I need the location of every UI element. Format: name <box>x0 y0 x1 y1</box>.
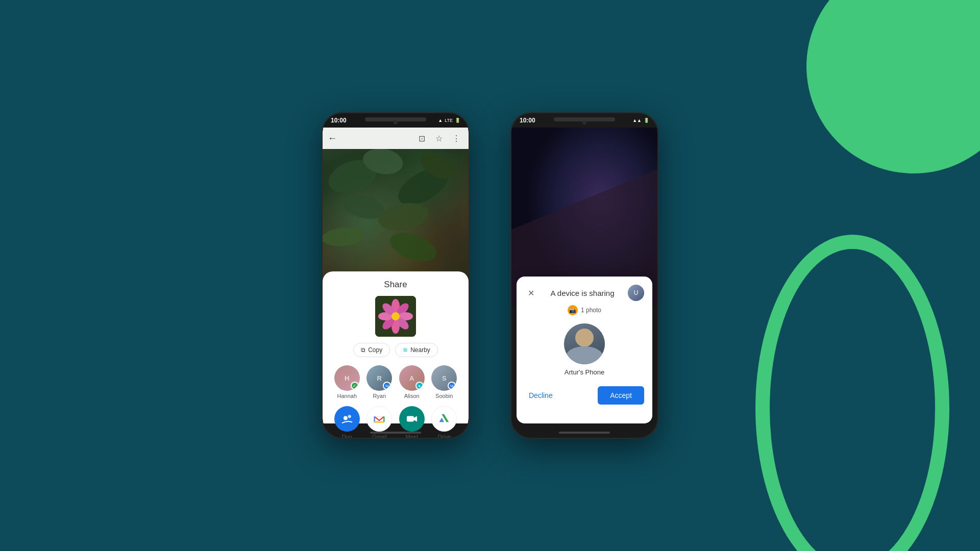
phone1-signal-icon: ▲ <box>438 118 443 123</box>
phones-container: 10:00 ▲ LTE 🔋 <box>322 112 658 439</box>
accept-button[interactable]: Accept <box>598 386 644 405</box>
hannah-avatar: H ✓ <box>334 365 360 391</box>
phone2-signal-icon: ▲▲ <box>632 118 642 123</box>
phone1-status-icons: ▲ LTE 🔋 <box>438 118 460 123</box>
photo-count-text: 1 photo <box>581 307 601 314</box>
app-drive[interactable]: Drive <box>431 406 457 438</box>
device-name: Artur's Phone <box>565 368 604 376</box>
svg-point-17 <box>391 312 400 320</box>
contacts-row: H ✓ Hannah R M Ryan A <box>331 365 460 399</box>
gmail-icon <box>366 406 392 432</box>
contact-soobin[interactable]: S M Soobin <box>431 365 457 399</box>
ryan-badge: M <box>383 382 391 390</box>
phone1-bottom-bar <box>370 432 421 434</box>
back-icon[interactable]: ← <box>328 133 337 144</box>
share-actions: ⧉ Copy ≋ Nearby <box>331 343 460 357</box>
drive-name: Drive <box>437 434 451 438</box>
device-section: Artur's Phone <box>525 323 644 376</box>
svg-rect-26 <box>437 412 451 426</box>
nearby-btn[interactable]: ≋ Nearby <box>395 343 438 357</box>
dialog-footer: Decline Accept <box>525 386 644 405</box>
ryan-name: Ryan <box>373 393 386 399</box>
dialog-close-btn[interactable]: ✕ <box>525 287 537 299</box>
phone1-lte-icon: LTE <box>445 118 453 123</box>
soobin-name: Soobin <box>435 393 453 399</box>
meet-name: Meet <box>406 434 418 438</box>
contact-hannah[interactable]: H ✓ Hannah <box>334 365 360 399</box>
alison-badge: ● <box>415 382 424 390</box>
phone2-battery-icon: 🔋 <box>644 118 649 123</box>
drive-icon <box>431 406 457 432</box>
phone2-camera <box>582 120 586 124</box>
phone2-status-icons: ▲▲ 🔋 <box>632 118 649 123</box>
nearby-label: Nearby <box>410 346 430 354</box>
soobin-badge: M <box>448 382 456 390</box>
phone1: 10:00 ▲ LTE 🔋 <box>322 112 470 439</box>
device-avatar <box>564 323 605 364</box>
ryan-avatar: R M <box>366 365 392 391</box>
phone2: 10:00 ▲▲ 🔋 <box>510 112 658 439</box>
copy-icon: ⧉ <box>361 346 365 354</box>
svg-point-4 <box>376 199 430 234</box>
phone2-time: 10:00 <box>520 117 535 124</box>
star-icon[interactable]: ☆ <box>432 131 446 145</box>
duo-icon <box>334 406 360 432</box>
svg-point-6 <box>323 226 364 248</box>
dialog-header: ✕ A device is sharing U <box>525 285 644 301</box>
phone1-camera <box>394 120 398 124</box>
phone1-time: 10:00 <box>331 117 347 124</box>
copy-label: Copy <box>368 346 382 354</box>
hannah-name: Hannah <box>337 393 357 399</box>
photo-count-icon: 📷 <box>568 305 578 315</box>
meet-icon <box>399 406 425 432</box>
foliage-svg <box>323 128 469 286</box>
gmail-name: Gmail <box>372 434 387 438</box>
share-title: Share <box>331 280 460 290</box>
app-duo[interactable]: Duo <box>334 406 360 438</box>
duo-name: Duo <box>342 434 352 438</box>
contact-ryan[interactable]: R M Ryan <box>366 365 392 399</box>
contact-alison[interactable]: A ● Alison <box>399 365 425 399</box>
nearby-icon: ≋ <box>403 346 408 354</box>
hannah-badge: ✓ <box>351 382 359 390</box>
svg-rect-24 <box>407 416 414 422</box>
share-sheet: Share <box>323 271 469 423</box>
alison-name: Alison <box>404 393 420 399</box>
nearby-dialog: ✕ A device is sharing U 📷 1 photo <box>517 277 652 423</box>
flower-svg <box>375 296 416 337</box>
dialog-user-avatar: U <box>628 285 644 301</box>
soobin-avatar: S M <box>431 365 457 391</box>
svg-point-7 <box>386 227 440 266</box>
share-preview-img <box>375 296 416 337</box>
svg-point-20 <box>348 415 351 418</box>
alison-avatar: A ● <box>399 365 425 391</box>
dialog-title: A device is sharing <box>537 289 628 297</box>
phone1-battery-icon: 🔋 <box>455 118 460 123</box>
share-preview <box>331 296 460 337</box>
phone1-toolbar: ← ⊡ ☆ ⋮ <box>323 128 469 149</box>
dialog-photo-count: 📷 1 photo <box>525 305 644 315</box>
phone1-photo-bg: ← ⊡ ☆ ⋮ <box>323 128 469 286</box>
phone2-bottom-bar <box>559 432 610 434</box>
decline-button[interactable]: Decline <box>525 387 557 404</box>
more-icon[interactable]: ⋮ <box>449 131 463 145</box>
svg-point-19 <box>344 416 348 420</box>
cast-icon[interactable]: ⊡ <box>414 131 429 145</box>
copy-btn[interactable]: ⧉ Copy <box>353 343 390 357</box>
